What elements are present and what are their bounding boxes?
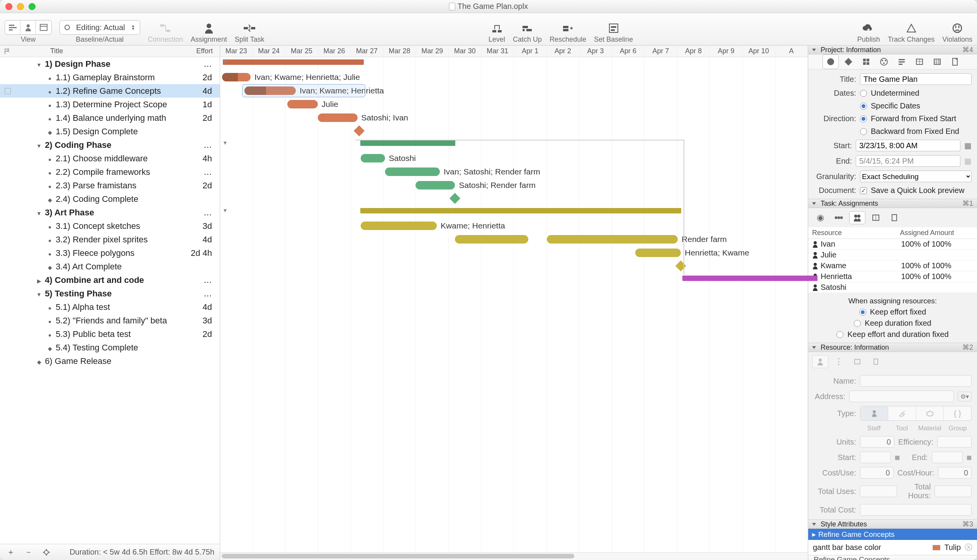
add-button[interactable]: ＋	[5, 547, 16, 558]
action-gear-icon[interactable]	[41, 547, 52, 558]
effort-cell[interactable]: 2d 4h	[185, 248, 220, 258]
gantt-disclosure-icon[interactable]: ▼	[222, 140, 228, 146]
style-selected-task[interactable]: ▸Refine Game Concepts	[808, 529, 977, 540]
gantt-summary-bar[interactable]	[361, 140, 455, 146]
task-row[interactable]: ● 3.1) Concept sketches3d	[0, 219, 220, 233]
timescale-day[interactable]: Apr 6	[612, 46, 645, 57]
keep-duration-radio[interactable]	[854, 320, 861, 327]
resource-name-input[interactable]	[860, 375, 972, 387]
task-assignments-tab-icon[interactable]	[849, 211, 865, 224]
disclosure-triangle-icon[interactable]: ▼	[36, 291, 42, 298]
gantt-task-bar[interactable]: Ivan; Satoshi; Render farm	[385, 167, 440, 176]
gantt-task-bar[interactable]: Render farm	[547, 235, 678, 244]
resource-type-segmented[interactable]: { }	[860, 406, 972, 421]
toolbar-setbaseline[interactable]: Set Baseline	[594, 22, 633, 44]
dates-specific-radio[interactable]	[860, 103, 867, 110]
timescale-day[interactable]: Mar 25	[285, 46, 318, 57]
resource-tab-4-icon[interactable]	[868, 355, 884, 368]
costhour-input[interactable]	[938, 467, 972, 479]
task-row[interactable]: ◆ 3.4) Art Complete	[0, 260, 220, 273]
assigned-amount[interactable]: 100% of 100%	[901, 261, 974, 270]
assigned-amount[interactable]: 100% of 100%	[901, 240, 974, 249]
remove-button[interactable]: －	[23, 547, 34, 558]
effort-cell[interactable]: 4d	[185, 235, 220, 245]
timescale-day[interactable]: Apr 9	[710, 46, 743, 57]
task-row[interactable]: ● 1.1) Gameplay Brainstorm2d	[0, 71, 220, 84]
resource-assignment-row[interactable]: Satoshi	[808, 282, 977, 293]
toolbar-level[interactable]: Level	[488, 22, 505, 44]
disclosure-triangle-icon[interactable]: ▼	[36, 210, 42, 217]
disclosure-triangle-icon[interactable]: ▼	[36, 62, 42, 68]
project-colors-tab-icon[interactable]	[876, 54, 892, 69]
calendar-icon[interactable]: ▦	[964, 156, 972, 166]
title-column-header[interactable]: Title	[15, 47, 189, 55]
resource-view-icon[interactable]	[20, 20, 36, 34]
quicklook-checkbox[interactable]	[860, 187, 867, 194]
effort-cell[interactable]: …	[185, 208, 220, 218]
toolbar-reschedule[interactable]: Reschedule	[550, 22, 586, 44]
task-row[interactable]: ▼ 5) Testing Phase…	[0, 287, 220, 300]
inspector-resource-header[interactable]: Resource: Information ⌘2	[808, 343, 977, 352]
task-row[interactable]: ● 1.2) Refine Game Concepts4d	[0, 84, 220, 98]
gantt-task-bar[interactable]: Satoshi; Render farm	[416, 181, 455, 189]
task-row[interactable]: ● 5.1) Alpha test4d	[0, 300, 220, 314]
project-milestones-tab-icon[interactable]	[840, 54, 857, 69]
project-info-tab-icon[interactable]	[823, 54, 839, 69]
gantt-task-bar[interactable]: Ivan; Kwame; Henrietta; Julie	[222, 73, 251, 81]
timescale-day[interactable]: Mar 31	[482, 46, 514, 57]
task-row[interactable]: ● 2.3) Parse framistans2d	[0, 179, 220, 192]
task-row[interactable]: ▼ 2) Coding Phase…	[0, 138, 220, 152]
task-row[interactable]: ● 3.3) Fleece polygons2d 4h	[0, 246, 220, 260]
toolbar-connection[interactable]: Connection	[148, 22, 183, 44]
resource-start-input[interactable]	[860, 452, 891, 463]
resource-column-header[interactable]: Resource	[812, 229, 900, 237]
task-row[interactable]: ◆ 6) Game Release	[0, 354, 220, 368]
type-staff-icon[interactable]	[860, 406, 888, 420]
gantt-task-bar[interactable]	[455, 235, 528, 244]
totalcost-input[interactable]	[860, 504, 972, 516]
task-dependencies-tab-icon[interactable]	[868, 211, 884, 224]
task-info-tab-icon[interactable]: ◉	[812, 211, 828, 224]
effort-cell[interactable]: 3d	[185, 221, 220, 231]
type-group-icon[interactable]: { }	[944, 406, 971, 420]
resource-info-tab-icon[interactable]	[812, 355, 828, 368]
units-input[interactable]	[860, 436, 894, 448]
effort-cell[interactable]: 4d	[185, 86, 220, 96]
gantt-timescale[interactable]: Mar 23Mar 24Mar 25Mar 26Mar 27Mar 28Mar …	[220, 46, 808, 57]
totalhours-input[interactable]	[935, 486, 972, 497]
project-tab-6-icon[interactable]	[911, 54, 928, 69]
timescale-day[interactable]: Apr 1	[514, 46, 547, 57]
resource-assignment-row[interactable]: Ivan100% of 100%	[808, 239, 977, 250]
project-format-tab-icon[interactable]	[894, 54, 910, 69]
assigned-amount[interactable]: 100% of 100%	[901, 272, 974, 281]
toolbar-publish[interactable]: Publish	[857, 22, 880, 44]
timescale-day[interactable]: Mar 27	[351, 46, 383, 57]
gantt-task-bar[interactable]: Satoshi	[361, 154, 385, 162]
direction-backward-radio[interactable]	[860, 128, 867, 135]
efficiency-input[interactable]	[937, 436, 972, 448]
gantt-task-bar[interactable]: Henrietta; Kwame	[635, 249, 681, 257]
timescale-day[interactable]: Mar 30	[449, 46, 482, 57]
project-start-input[interactable]	[856, 140, 960, 151]
flag-checkbox[interactable]	[5, 88, 11, 94]
flag-column-header[interactable]	[0, 48, 15, 54]
effort-cell[interactable]: 2d	[185, 113, 220, 123]
effort-cell[interactable]: 1d	[185, 100, 220, 110]
minimize-icon[interactable]	[17, 3, 24, 10]
gantt-disclosure-icon[interactable]: ▼	[222, 59, 228, 65]
task-notes-tab-icon[interactable]	[886, 211, 902, 224]
effort-cell[interactable]: …	[185, 140, 220, 150]
effort-cell[interactable]: …	[185, 167, 220, 177]
direction-forward-radio[interactable]	[860, 115, 867, 122]
project-title-input[interactable]	[860, 73, 972, 85]
keep-effort-radio[interactable]	[859, 309, 866, 316]
effort-cell[interactable]: 2d	[185, 181, 220, 191]
keep-both-radio[interactable]	[836, 331, 843, 338]
effort-cell[interactable]: …	[185, 275, 220, 285]
task-row[interactable]: ▶ 4) Combine art and code…	[0, 273, 220, 287]
timescale-day[interactable]: Apr 3	[579, 46, 612, 57]
amount-column-header[interactable]: Assigned Amount	[900, 229, 973, 237]
resource-assignment-row[interactable]: Kwame100% of 100%	[808, 261, 977, 271]
horizontal-scrollbar[interactable]	[220, 552, 808, 560]
gantt-disclosure-icon[interactable]: ▼	[222, 207, 228, 213]
